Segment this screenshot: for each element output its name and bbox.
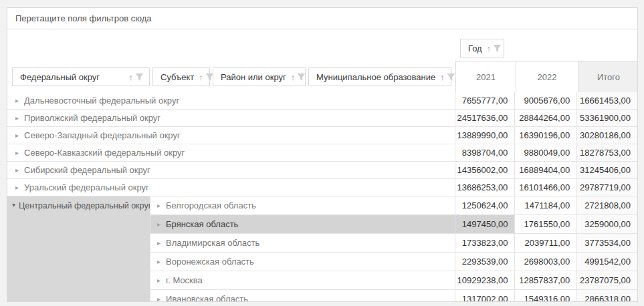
data-cell[interactable]: 1761550,00	[514, 215, 576, 233]
data-cell[interactable]: 1733823,00	[455, 234, 515, 252]
data-cell[interactable]: 2039711,00	[514, 234, 576, 252]
column-headers-row: 2021 2022 Итого	[455, 61, 638, 92]
total-cell[interactable]: 31245406,00	[576, 162, 637, 178]
row-label-cell[interactable]: ▸ Сибирский федеральный округ	[7, 162, 455, 178]
row-field-label: Субъект	[160, 72, 194, 82]
row-field-federalnyj-okrug[interactable]: Федеральный округ ↑	[12, 67, 150, 86]
row-field-subekt[interactable]: Субъект ↑	[152, 67, 210, 86]
row-label: Дальневосточный федеральный округ	[24, 96, 179, 106]
total-cell[interactable]: 4991542,00	[576, 253, 637, 271]
row-label-cell[interactable]: ▸ Северо-Кавказский федеральный округ	[7, 144, 455, 161]
data-cell[interactable]: 9005676,00	[514, 92, 576, 109]
sort-up-icon[interactable]: ↑	[440, 73, 445, 82]
row-label-cell[interactable]: ▸ Белгородская область	[150, 196, 455, 214]
data-cell[interactable]: 24517636,00	[455, 110, 515, 126]
data-cell[interactable]: 1317002,00	[455, 290, 515, 302]
triangle-right-icon[interactable]: ▸	[157, 240, 160, 247]
data-cell[interactable]: 2698003,00	[514, 253, 576, 271]
row-label: Воронежская область	[166, 257, 254, 267]
data-cell[interactable]: 1471184,00	[514, 196, 576, 214]
row-label-cell[interactable]: ▸ г. Москва	[150, 271, 455, 289]
row-label: Брянская область	[166, 219, 238, 229]
sort-up-icon[interactable]: ↑	[129, 73, 134, 82]
triangle-right-icon[interactable]: ▸	[15, 167, 19, 174]
data-cell[interactable]: 1250624,00	[455, 196, 515, 214]
data-cell[interactable]: 2293539,00	[455, 253, 515, 271]
total-cell[interactable]: 30280186,00	[576, 127, 637, 144]
triangle-right-icon[interactable]: ▸	[15, 184, 19, 191]
data-cell[interactable]: 14356002,00	[455, 162, 515, 178]
row-field-label: Район или округ	[221, 72, 286, 82]
data-cell-selected[interactable]: 1497450,00	[455, 215, 515, 233]
triangle-right-icon[interactable]: ▸	[157, 221, 160, 228]
row-label-cell[interactable]: ▸ Владимирская область	[150, 234, 455, 252]
total-cell[interactable]: 3259000,00	[576, 215, 637, 233]
data-cell[interactable]: 16101466,00	[514, 179, 576, 196]
data-cell[interactable]: 28844264,00	[514, 110, 576, 126]
row-label: г. Москва	[166, 275, 203, 285]
table-row: ▸ Северо-Западный федеральный округ 1388…	[7, 127, 637, 144]
filter-funnel-icon[interactable]	[447, 73, 455, 82]
sort-up-icon[interactable]: ↑	[291, 73, 296, 82]
data-cell[interactable]: 8398704,00	[455, 144, 515, 161]
triangle-right-icon[interactable]: ▸	[15, 150, 19, 156]
data-cell[interactable]: 1549316,00	[514, 290, 576, 302]
triangle-right-icon[interactable]: ▸	[157, 259, 160, 265]
data-cell[interactable]: 13889990,00	[455, 127, 515, 144]
triangle-right-icon[interactable]: ▸	[15, 132, 19, 139]
total-cell[interactable]: 2721808,00	[576, 196, 637, 214]
data-cell[interactable]: 16889404,00	[514, 162, 576, 178]
row-label-cell[interactable]: ▸ Северо-Западный федеральный округ	[7, 127, 455, 144]
row-field-label: Муниципальное образование	[316, 72, 435, 82]
table-row: ▸ Белгородская область 1250624,00 147118…	[150, 196, 637, 215]
row-field-rajon-ili-okrug[interactable]: Район или округ ↑	[213, 67, 306, 86]
row-label-cell[interactable]: ▸ Воронежская область	[150, 253, 455, 271]
total-cell[interactable]: 16661453,00	[576, 92, 637, 109]
table-row: ▸ г. Москва 10929238,00 12857837,00 2378…	[150, 271, 637, 290]
total-cell[interactable]: 18278753,00	[576, 144, 637, 161]
row-label: Уральский федеральный округ	[24, 182, 149, 192]
row-label: Северо-Кавказский федеральный округ	[24, 148, 185, 158]
data-cell[interactable]: 13686253,00	[455, 179, 515, 196]
data-cell[interactable]: 10929238,00	[455, 271, 515, 289]
data-cell[interactable]: 7655777,00	[455, 92, 515, 109]
sort-up-icon[interactable]: ↑	[487, 44, 492, 53]
data-cell[interactable]: 16390196,00	[514, 127, 576, 144]
column-field-god[interactable]: Год ↑	[460, 39, 504, 57]
data-cell[interactable]: 12857837,00	[514, 271, 576, 289]
column-field-label: Год	[468, 43, 482, 53]
expanded-group-cell[interactable]: ▾ Центральный федеральный округ	[7, 196, 150, 302]
table-row: ▸ Приволжский федеральный округ 24517636…	[7, 110, 637, 127]
row-label-cell[interactable]: ▸ Уральский федеральный округ	[7, 179, 455, 196]
total-cell[interactable]: 3773534,00	[576, 234, 637, 252]
row-label: Белгородская область	[166, 200, 256, 210]
triangle-right-icon[interactable]: ▸	[157, 202, 160, 209]
pivot-grid: Перетащите поля фильтров сюда Год ↑ Феде…	[7, 7, 638, 302]
triangle-down-icon[interactable]: ▾	[12, 202, 15, 208]
row-label: Владимирская область	[166, 238, 259, 248]
total-cell[interactable]: 29787719,00	[576, 179, 637, 196]
triangle-right-icon[interactable]: ▸	[15, 115, 19, 122]
filter-funnel-icon[interactable]	[135, 73, 144, 82]
total-cell[interactable]: 23787075,00	[576, 271, 637, 289]
data-cell[interactable]: 9880049,00	[514, 144, 576, 161]
filter-funnel-icon[interactable]	[297, 73, 306, 82]
total-cell[interactable]: 2866318,00	[576, 290, 637, 302]
row-field-municipalnoe-obrazovanie[interactable]: Муниципальное образование ↑	[308, 67, 451, 86]
row-label-cell[interactable]: ▸ Приволжский федеральный округ	[7, 110, 455, 126]
row-label-cell[interactable]: ▸ Ивановская область	[150, 290, 455, 302]
row-label-cell[interactable]: ▸ Брянская область	[150, 215, 455, 233]
pivot-header-area: Год ↑ Федеральный округ ↑ Субъект ↑	[7, 29, 637, 92]
sort-up-icon[interactable]: ↑	[199, 73, 203, 82]
row-label-cell[interactable]: ▸ Дальневосточный федеральный округ	[7, 92, 455, 109]
column-header-total: Итого	[578, 61, 638, 92]
triangle-right-icon[interactable]: ▸	[15, 98, 19, 104]
total-cell[interactable]: 53361900,00	[576, 110, 637, 126]
triangle-right-icon[interactable]: ▸	[157, 277, 160, 284]
filter-funnel-icon[interactable]	[493, 44, 502, 53]
triangle-right-icon[interactable]: ▸	[157, 296, 160, 303]
row-field-label: Федеральный округ	[20, 72, 100, 82]
filter-fields-drop-area[interactable]: Перетащите поля фильтров сюда	[7, 8, 637, 29]
pivot-data-area: ▸ Дальневосточный федеральный округ 7655…	[7, 92, 637, 302]
table-row: ▸ Северо-Кавказский федеральный округ 83…	[7, 144, 637, 162]
